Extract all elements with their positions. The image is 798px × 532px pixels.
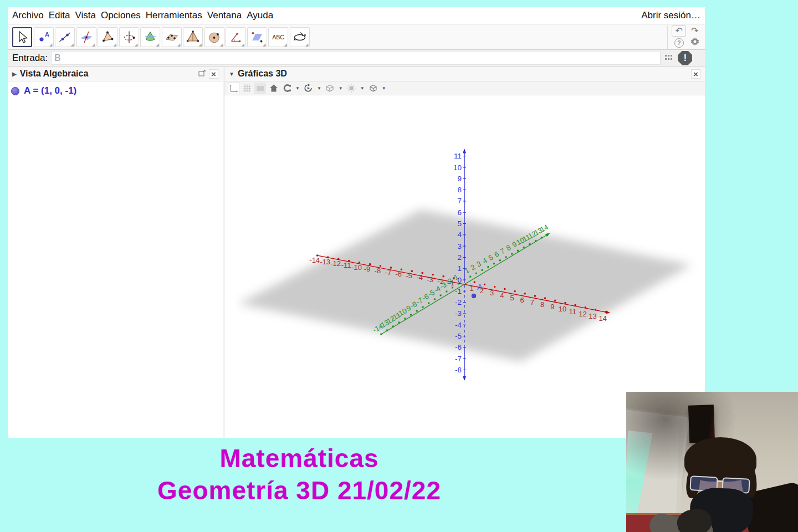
settings-button[interactable] [690,37,700,49]
input-field[interactable]: B [51,51,661,65]
menu-item-ayuda[interactable]: Ayuda [247,10,273,21]
plane-icon [255,83,265,93]
svg-text:-9: -9 [364,265,371,273]
svg-text:1: 1 [457,264,462,273]
line-tool-button[interactable]: ◢ [55,27,75,47]
algebra-item-row[interactable]: A = (1, 0, -1) [11,85,219,96]
svg-text:7: 7 [457,197,462,205]
rotate-view-tool-button[interactable]: ◢ [290,27,310,47]
grid-icon [242,83,252,93]
gear-icon [690,37,700,47]
angle-tool-button[interactable]: ◢ [226,27,245,47]
keyboard-icon[interactable] [665,53,673,63]
close-graphics3d-icon[interactable]: × [691,69,700,79]
menu-item-opciones[interactable]: Opciones [101,10,141,21]
tool-dropdown-icon[interactable]: ◢ [284,43,287,47]
menu-bar: ArchivoEditaVistaOpcionesHerramientasVen… [8,7,705,24]
menu-item-ventana[interactable]: Ventana [207,10,242,21]
show-plane-button[interactable] [254,83,266,94]
projection-button[interactable] [346,83,357,94]
visibility-marble-icon[interactable] [11,87,19,95]
point-A[interactable] [472,294,476,298]
polygon-tool-button[interactable]: ◢ [98,27,117,47]
rotate3d-icon [293,30,307,44]
menu-item-herramientas[interactable]: Herramientas [146,10,202,21]
graphics3d-canvas[interactable]: -14-13-12-11-10-9-8-7-6-5-4-3-2-11234567… [224,95,705,438]
pyramid-tool-button[interactable]: ◢ [183,27,203,47]
tool-dropdown-icon[interactable]: ◢ [49,43,52,47]
collapse-caret-icon[interactable]: ▶ [12,71,17,77]
detach-view-icon[interactable] [198,70,206,78]
svg-text:6: 6 [457,208,462,217]
svg-text:-5: -5 [455,332,462,340]
redo-button[interactable]: ↷ [688,26,702,36]
svg-text:ABC: ABC [272,34,284,40]
tool-dropdown-icon[interactable]: ◢ [242,43,244,47]
menu-item-vista[interactable]: Vista [75,10,96,21]
close-algebra-view-icon[interactable]: × [209,69,218,79]
svg-text:-3: -3 [427,275,433,284]
tool-dropdown-icon[interactable]: ◢ [220,43,223,47]
algebra-view-panel: ▶ Vista Algebraica × A = (1, 0, -1) [8,66,223,438]
svg-text:-6: -6 [455,343,462,351]
toolbar-right: ↶ ↷ ? [667,25,703,49]
axes-3d-plot: -14-13-12-11-10-9-8-7-6-5-4-3-2-11234567… [224,95,705,438]
tool-dropdown-icon[interactable]: ◢ [92,43,95,47]
geogebra-window: ArchivoEditaVistaOpcionesHerramientasVen… [8,7,705,438]
svg-text:8: 8 [540,300,544,309]
rotate-view-button[interactable] [303,83,314,94]
plane-through-points-tool-button[interactable]: ◢ [162,27,182,47]
svg-text:A: A [45,31,49,38]
view-direction-button[interactable] [367,83,379,94]
expand-caret-icon[interactable]: ▼ [229,71,234,77]
tool-dropdown-icon[interactable]: ◢ [114,43,116,47]
banner-topic-date: Geometría 3D 21/02/22 [0,475,598,505]
standard-view-button[interactable] [268,83,279,94]
intersect-surfaces-tool-button[interactable]: ◢ [140,27,160,47]
pointer-icon [15,30,29,44]
tool-dropdown-icon[interactable]: ◢ [305,43,308,47]
svg-text:6: 6 [520,296,524,304]
show-grid-button[interactable] [241,83,253,94]
point-capturing-button-dropdown-icon[interactable]: ▼ [294,86,301,91]
svg-text:3: 3 [490,289,494,297]
tool-dropdown-icon[interactable]: ◢ [263,43,265,47]
reflect-plane-tool-button[interactable]: ◢ [247,27,267,47]
perpendicular-line-tool-button[interactable]: ◢ [76,27,96,47]
show-axes-button[interactable] [228,83,239,94]
svg-text:-4: -4 [455,321,462,329]
circle-axis-icon [122,30,136,44]
input-ghost-text: B [54,53,60,64]
clipping-box-button[interactable] [324,83,336,94]
text-tool-button[interactable]: ABC◢ [268,27,288,47]
rotate-view-button-dropdown-icon[interactable]: ▼ [316,86,323,91]
tool-dropdown-icon[interactable]: ◢ [177,43,180,47]
cube-icon [368,83,378,93]
view-direction-button-dropdown-icon[interactable]: ▼ [381,86,387,91]
toolbar: A◢◢◢◢◢◢◢◢◢◢◢ABC◢◢ ↶ ↷ ? [8,24,705,50]
menu-item-edita[interactable]: Edita [49,10,70,21]
point-tool-button[interactable]: A◢ [34,27,54,47]
warning-icon[interactable]: ! [678,51,692,65]
svg-text:-7: -7 [455,355,462,363]
tool-dropdown-icon[interactable]: ◢ [156,43,159,47]
svg-text:-12: -12 [330,259,341,268]
tool-dropdown-icon[interactable]: ◢ [135,43,137,47]
undo-button[interactable]: ↶ [672,25,686,37]
projection-icon [346,83,356,93]
projection-button-dropdown-icon[interactable]: ▼ [359,86,366,91]
tool-dropdown-icon[interactable]: ◢ [71,43,74,47]
svg-text:-8: -8 [375,267,381,275]
move-tool-button[interactable] [12,27,32,47]
clipping-box-button-dropdown-icon[interactable]: ▼ [337,86,344,91]
reflect-plane-icon [250,30,264,44]
sphere-tool-button[interactable]: ◢ [204,27,224,47]
svg-text:11: 11 [569,308,576,316]
tool-dropdown-icon[interactable]: ◢ [199,43,202,47]
point-capturing-button[interactable] [281,83,293,94]
help-button[interactable]: ? [674,38,684,48]
polygon-icon [100,30,115,44]
open-session-button[interactable]: Abrir sesión… [641,10,700,21]
circle-axis-tool-button[interactable]: ◢ [119,27,139,47]
menu-item-archivo[interactable]: Archivo [12,10,44,21]
